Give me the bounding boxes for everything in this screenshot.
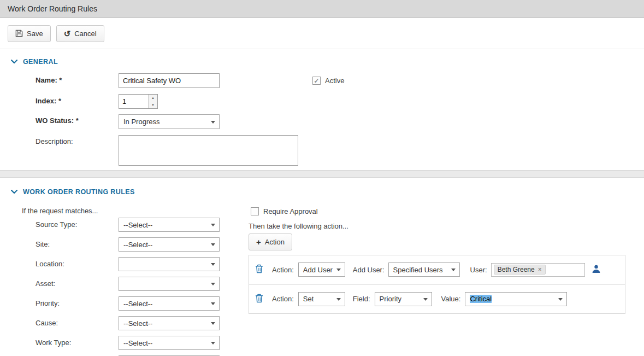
page-title: Work Order Routing Rules — [8, 4, 97, 13]
caret-down-icon — [211, 302, 215, 305]
priority-select[interactable]: --Select-- — [119, 296, 220, 311]
cause-select[interactable]: --Select-- — [119, 316, 220, 330]
add-user-mode-select[interactable]: Specified Users — [388, 262, 460, 277]
stepper-up-icon[interactable]: ▲ — [149, 95, 157, 102]
chevron-down-icon — [11, 188, 17, 196]
active-checkbox[interactable]: ✓ — [312, 77, 321, 85]
add-user-label: Add User: — [353, 266, 385, 274]
index-label: Index: * — [36, 97, 61, 105]
chevron-down-icon — [11, 57, 17, 66]
work-type-label: Work Type: — [36, 339, 71, 347]
actions-list: Action: Add User Add User: Specified Use… — [249, 255, 625, 314]
filter-row-site: Site: --Select-- — [0, 237, 246, 252]
asset-select[interactable] — [119, 277, 220, 291]
stepper-down-icon[interactable]: ▼ — [149, 102, 157, 109]
trash-icon — [255, 264, 263, 275]
source-type-select[interactable]: --Select-- — [119, 218, 220, 232]
work-order-routing-rules-page: Work Order Routing Rules Save ↺ Cancel G… — [0, 0, 644, 356]
action-label: Action: — [272, 295, 294, 303]
caret-down-icon — [211, 121, 215, 124]
require-approval-checkbox[interactable] — [251, 207, 259, 215]
plus-icon: + — [256, 238, 261, 246]
delete-action-button[interactable] — [255, 264, 263, 275]
caret-down-icon — [211, 224, 215, 226]
wo-status-select[interactable]: In Progress — [119, 114, 220, 129]
user-tag-input[interactable]: Beth Greene × — [491, 263, 585, 277]
caret-down-icon — [336, 298, 341, 301]
require-approval-label: Require Approval — [263, 207, 318, 215]
save-button[interactable]: Save — [8, 25, 51, 42]
location-label: Location: — [36, 260, 64, 268]
priority-value: --Select-- — [123, 300, 152, 308]
rules-section-header[interactable]: WORK ORDER ROUTING RULES — [11, 188, 135, 196]
require-approval-row: Require Approval — [251, 207, 318, 215]
chip-remove-icon[interactable]: × — [538, 266, 542, 273]
work-type-select[interactable]: --Select-- — [119, 336, 220, 350]
checkmark-icon: ✓ — [314, 78, 319, 84]
wo-status-value: In Progress — [123, 118, 159, 126]
action-row-add-user: Action: Add User Add User: Specified Use… — [249, 255, 625, 285]
caret-down-icon — [211, 342, 215, 345]
cancel-button[interactable]: ↺ Cancel — [56, 25, 104, 42]
action-label: Action: — [272, 266, 294, 274]
undo-icon: ↺ — [64, 30, 71, 38]
delete-action-button[interactable] — [255, 294, 263, 305]
filter-row-priority: Priority: --Select-- — [0, 296, 246, 311]
action-type-value: Add User — [303, 266, 333, 274]
caret-down-icon — [451, 269, 456, 271]
index-stepper: ▲ ▼ — [119, 94, 158, 109]
source-type-value: --Select-- — [123, 221, 152, 229]
caret-down-icon — [211, 322, 215, 325]
user-chip-text: Beth Greene — [498, 266, 535, 273]
action-type-value: Set — [303, 295, 314, 303]
site-label: Site: — [36, 240, 50, 248]
person-icon — [592, 264, 601, 275]
name-input[interactable] — [119, 73, 220, 88]
site-value: --Select-- — [123, 241, 152, 249]
caret-down-icon — [336, 269, 341, 271]
pick-user-button[interactable] — [592, 264, 601, 275]
add-action-button-label: Action — [265, 238, 285, 246]
caret-down-icon — [211, 243, 215, 246]
cause-value: --Select-- — [123, 319, 152, 328]
general-section-title: GENERAL — [23, 58, 58, 66]
action-type-select[interactable]: Add User — [298, 262, 345, 277]
site-select[interactable]: --Select-- — [119, 237, 220, 252]
source-type-label: Source Type: — [36, 220, 77, 229]
asset-label: Asset: — [36, 279, 55, 288]
location-select[interactable] — [119, 257, 220, 271]
work-type-value: --Select-- — [123, 339, 152, 347]
add-user-mode-value: Specified Users — [393, 266, 443, 274]
description-label: Description: — [36, 137, 73, 145]
active-label: Active — [325, 77, 344, 85]
caret-down-icon — [211, 283, 215, 285]
user-label: User: — [470, 266, 487, 274]
field-value: Priority — [380, 295, 401, 303]
priority-label: Priority: — [36, 299, 60, 307]
filter-row-cause: Cause: --Select-- — [0, 316, 246, 330]
user-chip: Beth Greene × — [494, 265, 546, 275]
value-select[interactable]: Critical — [465, 292, 567, 306]
filter-row-location: Location: — [0, 257, 246, 271]
add-action-button[interactable]: + Action — [249, 234, 292, 250]
save-icon — [15, 30, 23, 38]
action-intro-text: Then take the following action... — [249, 222, 348, 230]
save-button-label: Save — [27, 30, 43, 38]
toolbar: Save ↺ Cancel — [0, 19, 644, 49]
filter-row-source-type: Source Type: --Select-- — [0, 218, 246, 232]
field-label: Field: — [353, 295, 370, 303]
trash-icon — [255, 294, 263, 305]
action-type-select[interactable]: Set — [298, 292, 345, 306]
value-selected-text: Critical — [470, 295, 492, 303]
window-titlebar: Work Order Routing Rules — [0, 0, 644, 18]
caret-down-icon — [423, 298, 428, 301]
cancel-button-label: Cancel — [74, 30, 96, 38]
description-textarea[interactable] — [119, 135, 298, 166]
general-section-header[interactable]: GENERAL — [11, 57, 58, 66]
field-select[interactable]: Priority — [375, 292, 432, 306]
filter-row-asset: Asset: — [0, 277, 246, 291]
value-label: Value: — [441, 295, 461, 303]
rules-section-title: WORK ORDER ROUTING RULES — [23, 188, 135, 196]
action-row-set-field: Action: Set Field: Priority Value: Criti… — [249, 285, 625, 314]
index-input[interactable] — [119, 95, 148, 108]
